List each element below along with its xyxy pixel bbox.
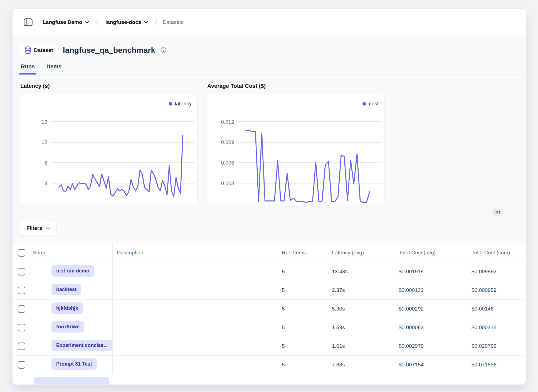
run-name-badge[interactable]: backtest: [51, 284, 81, 295]
latency-line-chart: 161284: [20, 94, 197, 205]
chevron-down-icon: [85, 21, 89, 24]
total-cost-avg-cell: $0.000292: [394, 306, 467, 312]
latency-chart: 161284 latency: [20, 94, 198, 205]
total-cost-sum-cell: $0.000315: [467, 324, 526, 331]
table-row: Prompt 81 Test57.68s$0.007154$0.071536: [13, 356, 526, 374]
latency-avg-cell: 7.68s: [327, 362, 394, 368]
run-items-cell: 5: [277, 343, 327, 349]
total-cost-sum-cell: $0.00146: [467, 306, 526, 312]
cost-chart: 0.0120.0090.0060.003 cost: [207, 94, 384, 205]
svg-text:16: 16: [41, 119, 47, 125]
table-row: hjkfdshjk55.30s$0.000292$0.00146: [13, 300, 526, 318]
dataset-type-badge: Dataset: [20, 44, 58, 57]
column-header-total-cost-avg[interactable]: Total Cost (avg): [394, 250, 467, 256]
total-cost-sum-cell: $0.071536: [467, 362, 526, 368]
filters-button[interactable]: Filters: [20, 221, 57, 236]
run-items-cell: 5: [277, 362, 327, 368]
total-cost-avg-cell: $0.000132: [394, 287, 467, 293]
breadcrumb: Langfuse Demo / langfuse-docs / Datasets: [41, 18, 184, 26]
filters-row: Filters: [13, 212, 526, 236]
drag-handle-icon: [495, 210, 500, 214]
breadcrumb-page-label[interactable]: Datasets: [163, 19, 184, 25]
table-header-row: Name Description Run Items Latency (avg)…: [13, 243, 526, 262]
breadcrumb-org-label: Langfuse Demo: [43, 19, 82, 25]
run-items-cell: 5: [277, 287, 327, 293]
run-name-badge[interactable]: test run demo: [51, 265, 94, 277]
column-header-latency-avg[interactable]: Latency (avg): [327, 250, 394, 256]
main-content: Dataset langfuse_qa_benchmark Runs Items: [13, 36, 526, 384]
dataset-badge-label: Dataset: [34, 47, 53, 53]
breadcrumb-separator: /: [155, 18, 157, 26]
total-cost-sum-cell: $0.000659: [467, 287, 526, 293]
svg-text:8: 8: [44, 160, 47, 166]
page-background: Langfuse Demo / langfuse-docs / Datasets: [0, 0, 538, 392]
total-cost-avg-cell: $0.002979: [394, 343, 467, 349]
run-items-cell: 5: [277, 269, 327, 275]
run-name-badge[interactable]: Experiment concise...: [51, 340, 112, 351]
column-header-total-cost-sum[interactable]: Total Cost (sum): [467, 250, 526, 256]
row-checkbox[interactable]: [18, 268, 25, 276]
row-checkbox[interactable]: [18, 287, 25, 294]
run-name-badge[interactable]: Prompt 81 Test: [51, 358, 97, 370]
latency-legend[interactable]: latency: [169, 101, 192, 107]
row-checkbox[interactable]: [18, 324, 25, 331]
filters-button-label: Filters: [26, 225, 42, 231]
latency-avg-cell: 13.43s: [327, 269, 394, 275]
legend-label: latency: [175, 101, 192, 107]
app-window: Langfuse Demo / langfuse-docs / Datasets: [12, 8, 526, 385]
breadcrumb-separator: /: [96, 18, 98, 26]
chevron-down-icon: [46, 227, 50, 230]
cost-line-chart: 0.0120.0090.0060.003: [207, 94, 384, 205]
tab-runs[interactable]: Runs: [20, 63, 35, 74]
total-cost-sum-cell: $0.029792: [467, 343, 526, 349]
latency-avg-cell: 5.30s: [327, 306, 394, 312]
latency-avg-cell: 2.37s: [327, 287, 394, 293]
svg-text:0.009: 0.009: [221, 139, 234, 145]
cost-chart-block: Average Total Cost ($) 0.0120.0090.0060.…: [207, 83, 384, 205]
total-cost-sum-cell: $0.009592: [467, 269, 526, 275]
row-checkbox[interactable]: [18, 361, 25, 369]
chevron-down-icon: [144, 21, 148, 24]
column-header-run-items[interactable]: Run Items: [277, 250, 327, 256]
breadcrumb-project-label: langfuse-docs: [105, 19, 141, 25]
legend-dot-icon: [362, 102, 366, 106]
table-row: foo78riwe51.59s$0.000063$0.000315: [13, 318, 526, 337]
database-icon: [24, 46, 31, 54]
top-bar: Langfuse Demo / langfuse-docs / Datasets: [13, 9, 526, 36]
svg-text:4: 4: [44, 180, 47, 186]
svg-text:12: 12: [41, 139, 47, 145]
table-row: test run demo513.43s$0.001918$0.009592: [13, 262, 526, 281]
column-header-description[interactable]: Description: [112, 250, 277, 256]
section-divider: [13, 212, 526, 212]
info-icon[interactable]: [160, 47, 167, 53]
latency-chart-block: Latency (s) 161284 latency: [20, 83, 197, 205]
resize-drag-handle[interactable]: [492, 209, 503, 216]
charts-row: Latency (s) 161284 latency Average Total…: [13, 75, 526, 205]
cost-legend[interactable]: cost: [362, 101, 379, 107]
legend-dot-icon: [169, 102, 172, 106]
table-row-partial: [13, 374, 526, 384]
table-row: Experiment concise...51.61s$0.002979$0.0…: [13, 337, 526, 356]
run-name-badge[interactable]: [34, 377, 109, 384]
dataset-title-row: Dataset langfuse_qa_benchmark: [13, 36, 526, 57]
row-checkbox[interactable]: [18, 343, 25, 350]
run-name-badge[interactable]: foo78riwe: [51, 321, 84, 333]
run-name-badge[interactable]: hjkfdshjk: [51, 302, 83, 314]
cost-chart-title: Average Total Cost ($): [207, 83, 384, 89]
column-divider: [112, 243, 113, 384]
table-body: test run demo513.43s$0.001918$0.009592ba…: [13, 262, 526, 384]
column-header-name[interactable]: Name: [30, 250, 112, 256]
latency-chart-title: Latency (s): [20, 83, 197, 89]
breadcrumb-org-selector[interactable]: Langfuse Demo: [41, 19, 91, 26]
run-items-cell: 5: [277, 306, 327, 312]
sidebar-toggle-button[interactable]: [23, 17, 34, 27]
total-cost-avg-cell: $0.000063: [394, 324, 467, 331]
select-all-checkbox[interactable]: [18, 249, 25, 257]
page-title: langfuse_qa_benchmark: [63, 46, 156, 55]
total-cost-avg-cell: $0.001918: [394, 269, 467, 275]
runs-table: Name Description Run Items Latency (avg)…: [13, 243, 526, 384]
tab-items[interactable]: Items: [46, 63, 62, 74]
latency-avg-cell: 1.61s: [327, 343, 394, 349]
breadcrumb-project-selector[interactable]: langfuse-docs: [104, 19, 150, 26]
row-checkbox[interactable]: [18, 305, 25, 313]
